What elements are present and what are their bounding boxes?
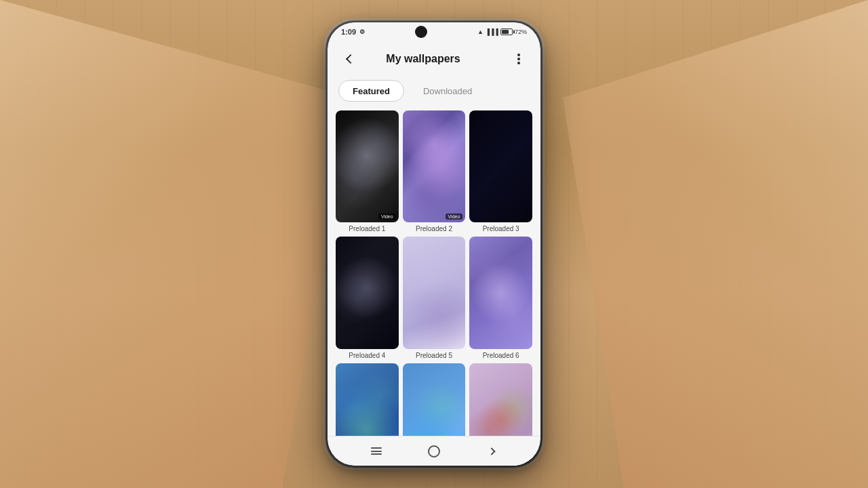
video-badge-2: Video: [446, 214, 463, 220]
page-title: My wallpapers: [338, 53, 508, 65]
settings-icon: ⚙: [359, 28, 365, 35]
nav-home-button[interactable]: [423, 441, 445, 462]
nav-back-button[interactable]: [481, 441, 502, 462]
list-item[interactable]: Preloaded 5: [403, 237, 466, 359]
wifi-icon: ▲: [477, 28, 484, 35]
home-icon: [428, 445, 440, 458]
more-options-button[interactable]: [508, 48, 530, 70]
battery-percent: 72%: [515, 28, 527, 35]
menu-icon: [371, 447, 382, 455]
wallpaper-grid: Video Preloaded 1 Video Preloaded 2 Prel…: [328, 105, 540, 436]
list-item[interactable]: [336, 363, 399, 436]
battery-indicator: [500, 28, 513, 35]
list-item[interactable]: [403, 363, 466, 436]
battery-body: [500, 28, 513, 35]
dot-icon: [517, 58, 520, 60]
tab-featured[interactable]: Featured: [338, 80, 404, 102]
front-camera: [415, 26, 427, 38]
wallpaper-thumb-7: [336, 363, 399, 436]
wallpaper-thumb-9: [469, 363, 532, 436]
phone-screen: 1:09 ⚙ ▲ ▐▐▐ 72%: [328, 22, 540, 466]
dot-icon: [517, 62, 520, 64]
phone-shell: 1:09 ⚙ ▲ ▐▐▐ 72%: [326, 20, 542, 468]
app-bar: My wallpapers: [328, 41, 540, 77]
phone-inner: 1:09 ⚙ ▲ ▐▐▐ 72%: [328, 22, 540, 466]
battery-fill: [502, 30, 509, 34]
status-time: 1:09 ⚙: [341, 28, 365, 36]
wallpaper-label-6: Preloaded 6: [483, 352, 519, 359]
wallpaper-thumb-6: [469, 237, 532, 348]
wallpaper-thumb-1: Video: [336, 110, 399, 222]
wallpaper-thumb-5: [403, 237, 466, 348]
menu-line: [371, 447, 382, 449]
status-bar: 1:09 ⚙ ▲ ▐▐▐ 72%: [328, 22, 540, 41]
list-item[interactable]: Preloaded 3: [469, 110, 532, 232]
wallpaper-label-4: Preloaded 4: [349, 352, 385, 359]
nav-bar: [328, 436, 540, 466]
wallpaper-thumb-2: Video: [403, 110, 466, 222]
tab-downloaded[interactable]: Downloaded: [410, 80, 486, 102]
dot-icon: [517, 54, 520, 56]
tab-bar: Featured Downloaded: [328, 77, 540, 105]
list-item[interactable]: Preloaded 6: [469, 237, 532, 359]
wallpaper-thumb-4: [336, 237, 399, 348]
list-item[interactable]: Preloaded 4: [336, 237, 399, 359]
menu-line: [371, 451, 382, 452]
wallpaper-label-1: Preloaded 1: [349, 225, 385, 232]
wallpaper-label-3: Preloaded 3: [483, 225, 519, 232]
signal-icon: ▐▐▐: [486, 28, 498, 35]
phone-container: 1:09 ⚙ ▲ ▐▐▐ 72%: [326, 20, 542, 468]
list-item[interactable]: Video Preloaded 2: [403, 110, 466, 232]
back-nav-icon: [488, 447, 495, 455]
wallpaper-label-2: Preloaded 2: [416, 225, 452, 232]
list-item[interactable]: Video Preloaded 1: [336, 110, 399, 232]
wallpaper-label-5: Preloaded 5: [416, 352, 452, 359]
menu-line: [371, 453, 382, 455]
nav-menu-button[interactable]: [366, 441, 387, 462]
video-badge-1: Video: [378, 214, 396, 220]
status-indicators: ▲ ▐▐▐ 72%: [477, 28, 527, 35]
wallpaper-thumb-8: [403, 363, 466, 436]
list-item[interactable]: [469, 363, 532, 436]
wallpaper-thumb-3: [469, 110, 532, 222]
